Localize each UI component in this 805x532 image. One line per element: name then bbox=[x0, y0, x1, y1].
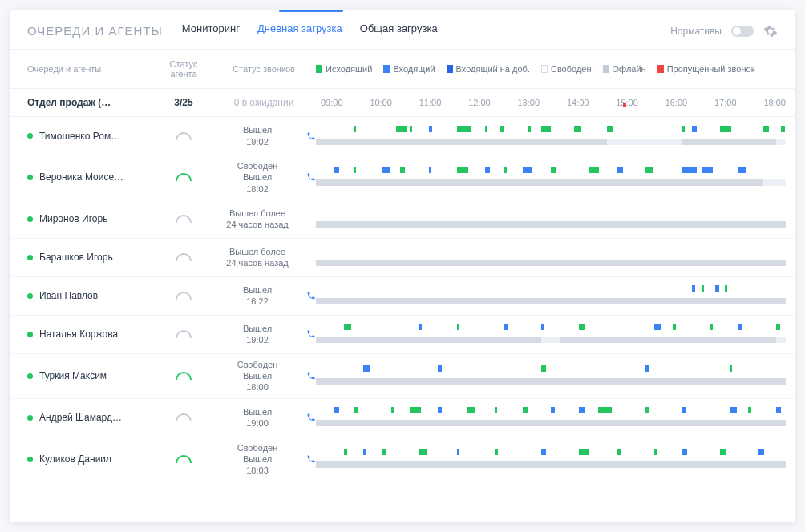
agent-row[interactable]: Тимошенко Ром…Вышел19:02 bbox=[10, 117, 795, 155]
call-segment bbox=[382, 167, 390, 173]
timeline bbox=[316, 244, 786, 271]
agent-list: Тимошенко Ром…Вышел19:02Вероника Моисе…С… bbox=[10, 117, 795, 522]
time-tick: 14:00 bbox=[567, 98, 589, 107]
call-segment bbox=[354, 167, 357, 173]
call-segment bbox=[682, 167, 697, 173]
phone-icon bbox=[306, 172, 316, 182]
agent-row[interactable]: Наталья КоржоваВышел19:02 bbox=[10, 316, 795, 354]
agent-state bbox=[156, 413, 212, 421]
call-segment bbox=[500, 126, 504, 132]
agent-name: Куликов Даниил bbox=[27, 453, 156, 465]
phone-icon bbox=[306, 131, 316, 141]
timeline bbox=[316, 404, 786, 431]
group-row[interactable]: Отдел продаж (… 3/25 0 в ожидании 09:001… bbox=[10, 89, 795, 117]
time-tick: 09:00 bbox=[321, 98, 343, 107]
call-status: СвободенВышел18:02 bbox=[212, 160, 316, 195]
online-dot-icon bbox=[27, 332, 33, 337]
call-status: СвободенВышел18:00 bbox=[212, 359, 316, 393]
call-segment bbox=[702, 167, 713, 173]
call-segment bbox=[400, 167, 405, 173]
availability-segment bbox=[560, 337, 777, 343]
call-segment bbox=[738, 167, 746, 173]
agent-row[interactable]: Андрей Шамард…Вышел19:00 bbox=[10, 399, 795, 437]
call-segment bbox=[682, 126, 685, 132]
tab-0[interactable]: Мониторинг bbox=[182, 22, 240, 39]
topbar: ОЧЕРЕДИ И АГЕНТЫ МониторингДневная загру… bbox=[10, 10, 795, 50]
agent-state bbox=[156, 253, 212, 261]
tab-1[interactable]: Дневная загрузка bbox=[257, 22, 342, 39]
legend: ИсходящийВходящийВходящий на доб.Свободе… bbox=[316, 64, 795, 74]
group-waiting: 0 в ожидании bbox=[212, 97, 316, 108]
call-segment bbox=[467, 407, 476, 413]
phone-icon bbox=[306, 413, 316, 422]
status-arc-icon bbox=[176, 372, 192, 380]
call-segment bbox=[730, 365, 733, 372]
call-segment bbox=[551, 167, 556, 173]
norms-toggle[interactable] bbox=[731, 26, 754, 37]
call-status: Вышел19:00 bbox=[212, 406, 316, 429]
call-segment bbox=[654, 449, 657, 455]
status-arc-icon bbox=[176, 413, 192, 421]
call-status: Вышел более24 часов назад bbox=[212, 208, 316, 231]
agent-row[interactable]: Миронов ИгорьВышел более24 часов назад bbox=[10, 200, 795, 239]
call-segment bbox=[682, 449, 687, 455]
call-segment bbox=[654, 324, 661, 330]
gear-icon[interactable] bbox=[763, 24, 778, 38]
call-segment bbox=[363, 365, 370, 372]
legend-item: Офлайн bbox=[603, 64, 646, 74]
call-segment bbox=[410, 126, 412, 132]
phone-icon bbox=[306, 329, 316, 339]
availability-segment bbox=[316, 179, 763, 186]
call-segment bbox=[720, 449, 726, 455]
availability-segment bbox=[316, 461, 786, 468]
online-dot-icon bbox=[27, 216, 33, 222]
call-segment bbox=[598, 407, 613, 413]
call-segment bbox=[419, 324, 423, 330]
call-segment bbox=[673, 324, 676, 330]
call-segment bbox=[523, 407, 528, 413]
agent-row[interactable]: Куликов ДаниилСвободенВышел18:03 bbox=[10, 437, 795, 482]
agent-row[interactable]: Туркия МаксимСвободенВышел18:00 bbox=[10, 354, 795, 399]
availability-segment bbox=[316, 260, 786, 266]
call-segment bbox=[438, 407, 442, 413]
call-segment bbox=[748, 407, 751, 413]
call-segment bbox=[419, 449, 427, 455]
tabs: МониторингДневная загрузкаОбщая загрузка bbox=[182, 22, 438, 39]
call-segment bbox=[617, 167, 623, 173]
phone-icon bbox=[306, 454, 316, 464]
availability-segment bbox=[682, 139, 776, 145]
status-arc-icon bbox=[176, 292, 192, 300]
group-status: 3/25 bbox=[156, 97, 212, 108]
status-arc-icon bbox=[176, 330, 192, 338]
call-segment bbox=[574, 126, 581, 132]
call-segment bbox=[363, 449, 366, 455]
agent-row[interactable]: Барашков ИгорьВышел более24 часов назад bbox=[10, 239, 795, 277]
col-call-status: Статус звонков bbox=[212, 64, 316, 74]
call-segment bbox=[354, 126, 357, 132]
agent-state bbox=[156, 455, 212, 463]
call-segment bbox=[617, 449, 621, 455]
online-dot-icon bbox=[27, 293, 33, 299]
call-segment bbox=[720, 126, 731, 132]
time-tick: 12:00 bbox=[468, 98, 491, 107]
call-status: Вышел16:22 bbox=[212, 284, 316, 308]
agent-row[interactable]: Вероника Моисе…СвободенВышел18:02 bbox=[10, 155, 795, 200]
col-agent-status: Статус агента bbox=[156, 59, 212, 79]
agent-name: Тимошенко Ром… bbox=[27, 131, 156, 142]
agent-state bbox=[156, 215, 212, 223]
availability-segment bbox=[316, 420, 786, 426]
availability-segment bbox=[316, 298, 786, 304]
status-arc-icon bbox=[176, 215, 192, 223]
norms-label: Нормативы bbox=[670, 26, 722, 37]
status-arc-icon bbox=[176, 173, 192, 181]
call-status: СвободенВышел18:03 bbox=[212, 442, 316, 477]
call-segment bbox=[429, 167, 432, 173]
tab-2[interactable]: Общая загрузка bbox=[360, 22, 438, 39]
now-indicator bbox=[623, 103, 626, 107]
active-tab-indicator bbox=[279, 10, 343, 12]
availability-segment bbox=[316, 221, 786, 228]
time-tick: 15:00 bbox=[616, 98, 638, 107]
agent-row[interactable]: Иван ПавловВышел16:22 bbox=[10, 277, 795, 316]
call-status: Вышел19:02 bbox=[212, 124, 316, 147]
time-tick: 10:00 bbox=[370, 98, 392, 107]
